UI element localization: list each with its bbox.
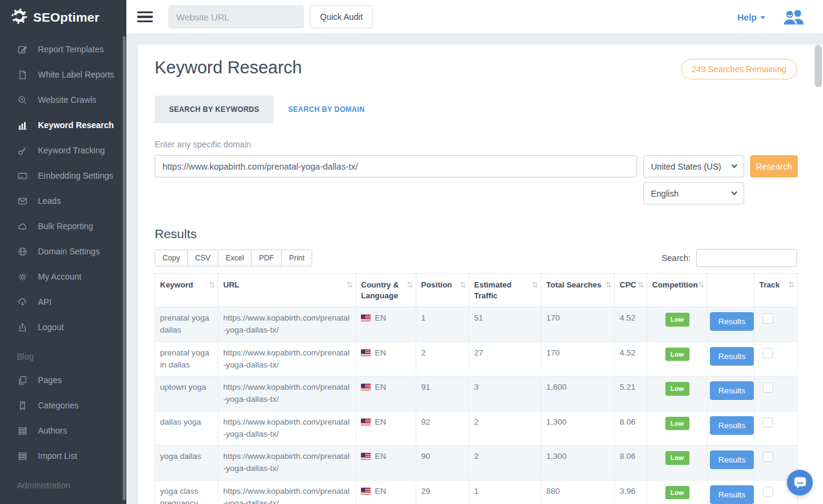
sidebar-scrollbar[interactable]: [123, 36, 126, 500]
website-url-input[interactable]: [168, 5, 304, 28]
searches-remaining-badge: 249 Searches Remaining: [681, 59, 797, 79]
sidebar-item-my-account[interactable]: My Account: [0, 264, 126, 289]
results-button[interactable]: Results: [710, 381, 754, 400]
sidebar-item-label: Logout: [38, 322, 64, 332]
col-header-keyword[interactable]: Keyword⇅: [155, 274, 218, 307]
sidebar-item-embedding-settings[interactable]: Embedding Settings: [0, 163, 126, 188]
country-cell: EN: [356, 446, 416, 481]
print-button[interactable]: Print: [281, 250, 312, 266]
cpc-cell: 5.21: [615, 376, 647, 411]
embed-card-icon: [17, 170, 28, 181]
track-checkbox[interactable]: [763, 313, 773, 324]
sidebar-item-logout[interactable]: Logout: [0, 315, 126, 340]
results-button[interactable]: Results: [710, 450, 754, 469]
col-header-cpc[interactable]: CPC⇅: [615, 274, 647, 307]
sidebar-item-website-crawls[interactable]: Website Crawls: [0, 87, 126, 112]
brand-logo[interactable]: SEOptimer: [0, 0, 126, 34]
sidebar-item-categories[interactable]: Categories: [0, 393, 126, 418]
track-checkbox[interactable]: [763, 417, 773, 428]
track-checkbox[interactable]: [763, 348, 773, 358]
competition-badge: Low: [665, 313, 689, 327]
col-header-country-language[interactable]: Country & Language⇅: [356, 274, 416, 307]
country-cell: EN: [356, 376, 416, 411]
track-checkbox[interactable]: [763, 452, 773, 462]
sidebar-item-keyword-tracking[interactable]: Keyword Tracking: [0, 138, 126, 163]
table-row: yoga dallas https://www.kopabirth.com/pr…: [155, 446, 798, 481]
help-menu[interactable]: Help: [737, 12, 765, 22]
pdf-button[interactable]: PDF: [251, 250, 282, 266]
results-button[interactable]: Results: [710, 485, 754, 504]
export-button-group: Copy CSV Excel PDF Print: [155, 250, 312, 266]
col-header-competition[interactable]: Competition⇅: [647, 274, 707, 307]
table-row: dallas yoga https://www.kopabirth.com/pr…: [155, 411, 798, 446]
hamburger-menu-icon[interactable]: [137, 9, 153, 25]
zoom-plus-icon: [17, 94, 28, 105]
scrollbar-thumb[interactable]: [815, 45, 822, 87]
csv-button[interactable]: CSV: [187, 250, 218, 266]
col-header-url[interactable]: URL⇅: [218, 274, 356, 307]
keyword-cell: prenatal yoga in dallas: [155, 342, 218, 376]
sidebar-item-pages[interactable]: Pages: [0, 367, 126, 393]
domain-input[interactable]: [155, 155, 637, 177]
sidebar-item-api[interactable]: API: [0, 289, 126, 315]
sidebar-item-leads[interactable]: Leads: [0, 188, 126, 214]
sidebar-item-authors[interactable]: Authors: [0, 418, 126, 443]
col-header-estimated-traffic[interactable]: Estimated Traffic⇅: [469, 274, 541, 307]
language-select[interactable]: English: [643, 182, 744, 204]
sidebar-item-keyword-research[interactable]: Keyword Research: [0, 112, 126, 138]
chat-bubble-button[interactable]: [787, 470, 813, 496]
sort-icon: ⇅: [347, 280, 353, 290]
sidebar-item-bulk-reporting[interactable]: Bulk Reporting: [0, 214, 126, 239]
url-cell: https://www.kopabirth.com/prenatal-yoga-…: [218, 446, 356, 481]
research-button[interactable]: Research: [750, 155, 798, 177]
track-checkbox[interactable]: [763, 383, 773, 393]
topbar: Quick Audit Help: [126, 0, 823, 34]
results-button[interactable]: Results: [710, 312, 754, 331]
gear-icon: [17, 271, 28, 282]
sidebar-item-white-label-reports[interactable]: White Label Reports: [0, 62, 126, 87]
sidebar-item-label: Authors: [38, 426, 67, 435]
sidebar-item-label: Keyword Research: [38, 120, 114, 130]
users-icon[interactable]: [782, 8, 805, 26]
track-checkbox[interactable]: [763, 487, 773, 497]
sidebar-item-domain-settings[interactable]: Domain Settings: [0, 239, 126, 264]
seoptimer-gear-icon: [10, 7, 28, 28]
cpc-cell: 4.52: [615, 342, 647, 376]
results-cell: Results: [707, 307, 754, 342]
estimated-traffic-cell: 51: [469, 307, 541, 342]
url-cell: https://www.kopabirth.com/prenatal-yoga-…: [218, 342, 356, 376]
tab-search-by-keywords[interactable]: SEARCH BY KEYWORDS: [155, 96, 274, 123]
app-root: SEOptimer Report Templates White Label R…: [0, 0, 823, 504]
sidebar-section-administration: Administration: [0, 469, 126, 496]
results-cell: Results: [707, 411, 754, 446]
copy-button[interactable]: Copy: [155, 250, 188, 266]
tab-search-by-domain[interactable]: SEARCH BY DOMAIN: [274, 96, 379, 123]
excel-button[interactable]: Excel: [218, 250, 252, 266]
competition-badge: Low: [665, 486, 689, 500]
sidebar-item-label: Report Templates: [38, 45, 103, 54]
table-search-input[interactable]: [696, 249, 797, 267]
main-column: Quick Audit Help Keyword Research 249 Se…: [126, 0, 823, 504]
page-scrollbar[interactable]: [813, 45, 823, 504]
col-header-total-searches[interactable]: Total Searches⇅: [541, 274, 615, 307]
keyword-cell: yoga class pregnancy: [155, 480, 218, 504]
sidebar-item-label: Categories: [38, 401, 79, 410]
estimated-traffic-cell: 27: [469, 342, 541, 376]
sidebar-item-report-templates[interactable]: Report Templates: [0, 37, 126, 62]
results-button[interactable]: Results: [710, 347, 754, 366]
results-table: Keyword⇅ URL⇅ Country & Language⇅ Positi…: [155, 273, 798, 504]
country-select[interactable]: United States (US): [643, 155, 744, 177]
results-button[interactable]: Results: [710, 416, 754, 435]
sidebar-item-import-list[interactable]: Import List: [0, 443, 126, 469]
cpc-cell: 4.52: [615, 307, 647, 342]
col-header-position[interactable]: Position⇅: [416, 274, 469, 307]
col-header-track[interactable]: Track⇅: [754, 274, 798, 307]
keyword-cell: yoga dallas: [155, 446, 218, 481]
track-cell: [754, 411, 798, 446]
cloud-icon: [17, 221, 28, 232]
sidebar-item-label: Embedding Settings: [38, 171, 113, 180]
total-searches-cell: 1,600: [541, 376, 615, 411]
keyword-cell: dallas yoga: [155, 411, 218, 446]
keyword-cell: prenatal yoga dallas: [155, 307, 218, 342]
quick-audit-button[interactable]: Quick Audit: [310, 5, 373, 28]
